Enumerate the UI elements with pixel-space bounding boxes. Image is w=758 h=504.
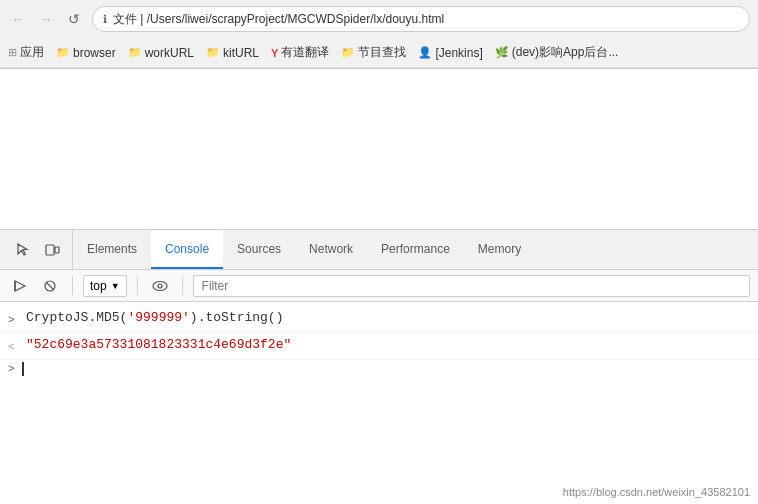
- back-button[interactable]: ←: [8, 9, 28, 29]
- eye-icon: [152, 280, 168, 292]
- reload-icon: ↺: [68, 11, 80, 27]
- apps-icon: ⊞: [8, 46, 17, 59]
- bookmark-kiturl[interactable]: 📁 kitURL: [206, 46, 259, 60]
- toolbar-separator: [72, 277, 73, 295]
- devtools-tabbar: Elements Console Sources Network Perform…: [0, 230, 758, 270]
- nav-bar: ← → ↺ ℹ 文件 | /Users/liwei/scrapyProject/…: [0, 0, 758, 38]
- jenkins-icon: 👤: [418, 46, 432, 59]
- clear-console-button[interactable]: [8, 274, 32, 298]
- bookmark-workurl[interactable]: 📁 workURL: [128, 46, 194, 60]
- bookmark-translate[interactable]: Y 有道翻译: [271, 44, 329, 61]
- file-icon: ℹ: [103, 13, 107, 26]
- tab-console[interactable]: Console: [151, 230, 223, 269]
- tab-console-label: Console: [165, 242, 209, 256]
- bookmark-browser[interactable]: 📁 browser: [56, 46, 116, 60]
- eye-icon-button[interactable]: [148, 274, 172, 298]
- svg-rect-0: [46, 245, 54, 255]
- address-bar[interactable]: ℹ 文件 | /Users/liwei/scrapyProject/MGCWDS…: [92, 6, 750, 32]
- bookmark-jenkins-label: [Jenkins]: [435, 46, 482, 60]
- filter-input[interactable]: [193, 275, 750, 297]
- bookmark-kiturl-label: kitURL: [223, 46, 259, 60]
- console-toolbar: top ▼: [0, 270, 758, 302]
- console-prompt: >: [8, 363, 15, 375]
- toolbar-separator-3: [182, 277, 183, 295]
- tab-memory[interactable]: Memory: [464, 230, 535, 269]
- cursor-blink: [22, 362, 24, 376]
- bookmark-workurl-label: workURL: [145, 46, 194, 60]
- console-arrow-2: <: [8, 335, 20, 357]
- page-content: [0, 69, 758, 229]
- forward-icon: →: [39, 11, 53, 27]
- console-command-1: CryptoJS.MD5('999999').toString(): [26, 308, 750, 328]
- tab-performance[interactable]: Performance: [367, 230, 464, 269]
- bookmark-apps[interactable]: ⊞ 应用: [8, 44, 44, 61]
- youdao-icon: Y: [271, 47, 278, 59]
- cursor-icon: [16, 242, 32, 258]
- svg-rect-1: [55, 247, 59, 253]
- back-icon: ←: [11, 11, 25, 27]
- reload-button[interactable]: ↺: [64, 9, 84, 29]
- tab-network-label: Network: [309, 242, 353, 256]
- tab-sources[interactable]: Sources: [223, 230, 295, 269]
- watermark-text: https://blog.csdn.net/weixin_43582101: [563, 486, 750, 498]
- bookmark-dev-label: (dev)影响App后台...: [512, 44, 619, 61]
- context-select[interactable]: top ▼: [83, 275, 127, 297]
- devtools-panel: Elements Console Sources Network Perform…: [0, 229, 758, 504]
- bookmark-browser-label: browser: [73, 46, 116, 60]
- console-line-1: > CryptoJS.MD5('999999').toString(): [0, 306, 758, 333]
- device-icon: [44, 242, 60, 258]
- tab-sources-label: Sources: [237, 242, 281, 256]
- device-toggle-button[interactable]: [40, 238, 64, 262]
- tab-network[interactable]: Network: [295, 230, 367, 269]
- svg-line-5: [47, 282, 54, 289]
- watermark: https://blog.csdn.net/weixin_43582101: [563, 486, 750, 498]
- tab-elements-label: Elements: [87, 242, 137, 256]
- chevron-down-icon: ▼: [111, 281, 120, 291]
- context-value: top: [90, 279, 107, 293]
- tab-elements[interactable]: Elements: [73, 230, 151, 269]
- devtools-sidebar-icons: [4, 230, 73, 269]
- folder-icon-4: 📁: [341, 46, 355, 59]
- tab-performance-label: Performance: [381, 242, 450, 256]
- console-arrow-1: >: [8, 308, 20, 330]
- forward-button[interactable]: →: [36, 9, 56, 29]
- bookmark-nodeinspect[interactable]: 📁 节目查找: [341, 44, 406, 61]
- svg-marker-2: [15, 281, 25, 291]
- folder-icon-3: 📁: [206, 46, 220, 59]
- bookmark-apps-label: 应用: [20, 44, 44, 61]
- block-icon-button[interactable]: [38, 274, 62, 298]
- block-icon: [43, 279, 57, 293]
- bookmark-translate-label: 有道翻译: [281, 44, 329, 61]
- browser-chrome: ← → ↺ ℹ 文件 | /Users/liwei/scrapyProject/…: [0, 0, 758, 69]
- bookmark-jenkins[interactable]: 👤 [Jenkins]: [418, 46, 482, 60]
- console-line-2: < "52c69e3a57331081823331c4e69d3f2e": [0, 333, 758, 360]
- url-text: 文件 | /Users/liwei/scrapyProject/MGCWDSpi…: [113, 11, 739, 28]
- svg-point-6: [153, 281, 167, 290]
- svg-point-7: [158, 284, 162, 288]
- folder-icon-2: 📁: [128, 46, 142, 59]
- dev-icon: 🌿: [495, 46, 509, 59]
- tab-memory-label: Memory: [478, 242, 521, 256]
- console-input-line[interactable]: >: [0, 360, 758, 378]
- toolbar-separator-2: [137, 277, 138, 295]
- bookmark-nodeinspect-label: 节目查找: [358, 44, 406, 61]
- string-arg-1: '999999': [127, 310, 189, 325]
- element-picker-button[interactable]: [12, 238, 36, 262]
- bookmarks-bar: ⊞ 应用 📁 browser 📁 workURL 📁 kitURL Y 有道翻译…: [0, 38, 758, 68]
- folder-icon: 📁: [56, 46, 70, 59]
- bookmark-dev[interactable]: 🌿 (dev)影响App后台...: [495, 44, 619, 61]
- play-icon: [13, 279, 27, 293]
- console-result-1: "52c69e3a57331081823331c4e69d3f2e": [26, 335, 750, 355]
- console-output: > CryptoJS.MD5('999999').toString() < "5…: [0, 302, 758, 504]
